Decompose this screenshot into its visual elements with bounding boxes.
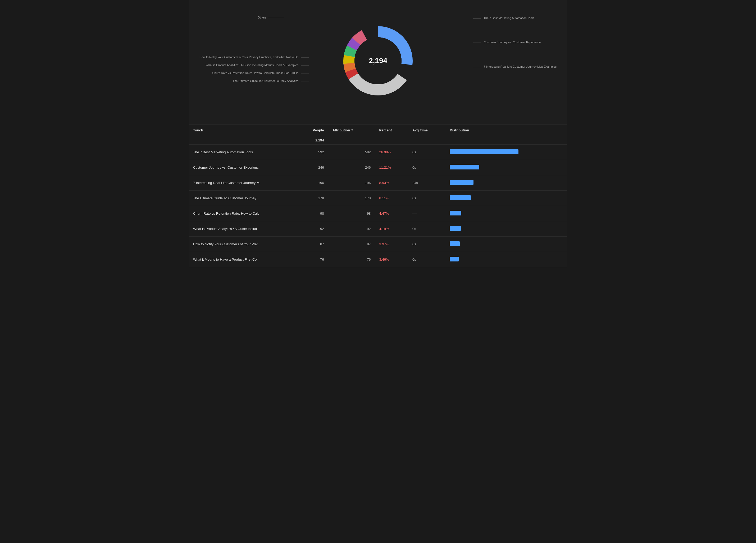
touch-cell: 7 Interesting Real Life Customer Journey… xyxy=(189,175,297,191)
dist-bar xyxy=(450,149,518,154)
donut-chart: 2,194 xyxy=(333,16,423,106)
percent-cell: 4.47% xyxy=(375,206,408,221)
avg-time-value: 24s xyxy=(412,181,418,185)
table-row[interactable]: The Ultimate Guide To Customer Journey 1… xyxy=(189,191,567,206)
touch-cell: Churn Rate vs Retention Rate: How to Cal… xyxy=(189,206,297,221)
people-cell: 87 xyxy=(297,237,328,252)
connector-line xyxy=(301,73,309,73)
chart-section: Others How to Notify Your Customers of Y… xyxy=(189,0,567,125)
attribution-cell: 178 xyxy=(328,191,375,206)
people-cell: 178 xyxy=(297,191,328,206)
col-header-distribution: Distribution xyxy=(445,125,567,136)
dist-bar xyxy=(450,180,473,185)
dist-bar xyxy=(450,226,461,231)
avg-time-cell: 0s xyxy=(408,160,445,175)
col-header-avg-time: Avg Time xyxy=(408,125,445,136)
dist-bar xyxy=(450,211,461,216)
avg-time-value: 0s xyxy=(412,166,416,170)
avg-time-cell: 0s xyxy=(408,221,445,237)
dist-cell xyxy=(445,221,567,237)
avg-time-cell: 0s xyxy=(408,191,445,206)
col-header-percent: Percent xyxy=(375,125,408,136)
dist-bar xyxy=(450,257,459,262)
table-row[interactable]: Customer Journey vs. Customer Experienc … xyxy=(189,160,567,175)
table-section: Touch People Attribution Percent Avg Tim… xyxy=(189,125,567,267)
chart-area: Others How to Notify Your Customers of Y… xyxy=(199,5,557,116)
connector-line xyxy=(301,65,309,65)
touch-cell: The 7 Best Marketing Automation Tools xyxy=(189,145,297,160)
avg-time-value: 0s xyxy=(412,150,416,154)
dist-cell xyxy=(445,160,567,175)
avg-time-cell: — xyxy=(408,206,445,221)
total-empty-3 xyxy=(408,136,445,145)
connector-line xyxy=(473,67,481,67)
connector-line xyxy=(473,18,481,19)
table-row[interactable]: Churn Rate vs Retention Rate: How to Cal… xyxy=(189,206,567,221)
attribution-cell: 87 xyxy=(328,237,375,252)
dist-cell xyxy=(445,252,567,267)
dist-cell xyxy=(445,191,567,206)
avg-time-value: 0s xyxy=(412,227,416,231)
col-header-attribution[interactable]: Attribution xyxy=(328,125,375,136)
table-row[interactable]: 7 Interesting Real Life Customer Journey… xyxy=(189,175,567,191)
attribution-cell: 76 xyxy=(328,252,375,267)
percent-cell: 8.93% xyxy=(375,175,408,191)
people-cell: 246 xyxy=(297,160,328,175)
table-row[interactable]: How to Notify Your Customers of Your Pri… xyxy=(189,237,567,252)
avg-time-cell: 0s xyxy=(408,145,445,160)
people-cell: 98 xyxy=(297,206,328,221)
people-cell: 592 xyxy=(297,145,328,160)
total-empty-1 xyxy=(328,136,375,145)
attribution-cell: 92 xyxy=(328,221,375,237)
table-body: The 7 Best Marketing Automation Tools 59… xyxy=(189,145,567,267)
right-label-real-life: 7 Interesting Real Life Customer Journey… xyxy=(473,65,557,68)
percent-cell: 8.11% xyxy=(375,191,408,206)
page-wrapper: Others How to Notify Your Customers of Y… xyxy=(189,0,567,267)
attribution-cell: 246 xyxy=(328,160,375,175)
left-label-analytics: What is Product Analytics? A Guide Inclu… xyxy=(199,63,309,67)
attribution-cell: 592 xyxy=(328,145,375,160)
connector-line xyxy=(301,81,309,81)
touch-cell: What it Means to Have a Product-First Co… xyxy=(189,252,297,267)
dist-bar xyxy=(450,242,460,246)
attribution-label: Attribution xyxy=(333,128,350,132)
attribution-cell: 98 xyxy=(328,206,375,221)
touch-cell: What is Product Analytics? A Guide Inclu… xyxy=(189,221,297,237)
percent-cell: 3.46% xyxy=(375,252,408,267)
right-label-cj-vs: Customer Journey vs. Customer Experience xyxy=(473,41,557,44)
attribution-sort[interactable]: Attribution xyxy=(333,128,354,132)
donut-svg xyxy=(333,16,423,106)
connector-line xyxy=(301,57,309,57)
attribution-cell: 196 xyxy=(328,175,375,191)
touch-cell: How to Notify Your Customers of Your Pri… xyxy=(189,237,297,252)
total-empty-2 xyxy=(375,136,408,145)
touch-cell: The Ultimate Guide To Customer Journey xyxy=(189,191,297,206)
col-header-touch: Touch xyxy=(189,125,297,136)
dist-cell xyxy=(445,237,567,252)
percent-cell: 3.97% xyxy=(375,237,408,252)
avg-time-dash: — xyxy=(412,211,417,216)
table-header-row: Touch People Attribution Percent Avg Tim… xyxy=(189,125,567,136)
left-label-privacy: How to Notify Your Customers of Your Pri… xyxy=(199,56,309,59)
table-row[interactable]: The 7 Best Marketing Automation Tools 59… xyxy=(189,145,567,160)
left-label-churn: Churn Rate vs Retention Rate: How to Cal… xyxy=(199,71,309,75)
others-label: Others xyxy=(258,16,284,19)
dist-cell xyxy=(445,145,567,160)
right-labels: The 7 Best Marketing Automation Tools Cu… xyxy=(473,16,557,68)
total-empty-4 xyxy=(445,136,567,145)
dist-cell xyxy=(445,206,567,221)
people-cell: 196 xyxy=(297,175,328,191)
table-row[interactable]: What is Product Analytics? A Guide Inclu… xyxy=(189,221,567,237)
percent-cell: 4.19% xyxy=(375,221,408,237)
data-table: Touch People Attribution Percent Avg Tim… xyxy=(189,125,567,267)
total-touch-cell xyxy=(189,136,297,145)
avg-time-cell: 0s xyxy=(408,252,445,267)
dist-cell xyxy=(445,175,567,191)
table-row[interactable]: What it Means to Have a Product-First Co… xyxy=(189,252,567,267)
sort-icon xyxy=(351,129,354,132)
dist-bar xyxy=(450,165,479,170)
avg-time-value: 0s xyxy=(412,196,416,200)
percent-cell: 11.21% xyxy=(375,160,408,175)
total-row: 2,194 xyxy=(189,136,567,145)
touch-cell: Customer Journey vs. Customer Experienc xyxy=(189,160,297,175)
